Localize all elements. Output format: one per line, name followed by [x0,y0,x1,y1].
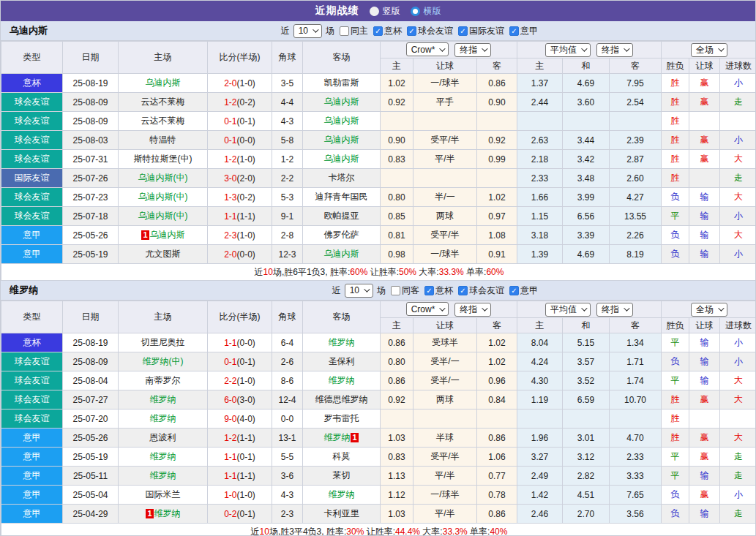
score: 1-2(1-1) [208,429,272,448]
corner-score: 5-8 [272,131,303,150]
competition-checkbox[interactable]: ✓ [424,286,434,295]
same-venue-checkbox[interactable] [340,26,349,36]
result-wdl: 负 [662,226,689,245]
same-venue-label: 同主 [351,25,368,37]
radio-unselected-icon [411,7,420,16]
full-score: 0-1 [224,357,236,367]
result-goals: 走 [720,467,756,486]
result-goals: 小 [720,486,756,505]
scope-select[interactable]: 全场 [691,303,727,317]
score: 1-1(1-1) [208,207,272,226]
subheader-result-wdl: 胜负 [662,58,689,74]
result-wdl: 负 [662,188,689,207]
odds-handicap: 一/球半 [413,74,477,93]
odds-handicap [413,169,477,188]
competition-checkbox[interactable]: ✓ [458,286,468,295]
result-goals: 大 [720,371,756,390]
odds-home: 0.80 [381,352,413,371]
avg-away: 8.19 [610,245,662,264]
scope-select[interactable]: 全场 [691,43,727,57]
team-name: 乌迪内斯 [10,24,48,37]
half-score: (1-0) [237,230,255,241]
match-count-select[interactable]: 10 [293,24,322,38]
type-badge: 球会友谊 [1,93,63,112]
avg-stage-select[interactable]: 终指 [596,43,633,57]
odds-stage-select[interactable]: 终指 [454,303,491,317]
summary-segment: 33.3% [443,526,468,536]
layout-radio-vertical[interactable]: 竖版 [370,5,400,18]
avg-away: 10.70 [610,390,662,409]
home-team-name: 乌迪内斯(中) [138,211,188,221]
avg-away: 2.33 [610,448,662,467]
result-wdl: 胜 [662,112,689,131]
chevron-down-icon [364,286,370,292]
home-team: 乌迪内斯(中) [119,169,208,188]
results-table: 类型 日期 主场 比分(半场) 角球 客场 Crow*终指 平均值终指 全场 [1,41,756,281]
result-handicap: 赢 [689,448,720,467]
avg-stage-select[interactable]: 终指 [596,303,633,317]
result-handicap [689,112,720,131]
avg-type-value: 平均值 [550,44,577,56]
subheader-result-handicap: 让球 [689,58,720,74]
competition-checkbox[interactable]: ✓ [509,26,519,36]
score: 3-0(2-0) [208,169,272,188]
app: 近期战绩 竖版 横版 乌迪内斯 近10场同主✓意杯✓球会友谊✓国际友谊✓意甲 类… [0,0,756,536]
away-team: 欧帕提亚 [303,207,381,226]
home-team: 维罗纳 [119,390,208,409]
avg-draw: 3.12 [563,448,610,467]
full-score: 1-1 [224,471,236,481]
odds-stage-select[interactable]: 终指 [454,43,491,57]
score: 6-0(3-0) [208,390,272,409]
away-team-name: 凯勒雷斯 [324,78,359,88]
recent-label: 近 [332,284,341,297]
result-wdl: 平 [662,207,689,226]
odds-away: 0.92 [477,131,517,150]
avg-home: 1.96 [517,429,563,448]
odds-provider-select[interactable]: Crow* [406,302,449,316]
odds-home: 0.90 [381,131,413,150]
subheader-odds-home: 主 [381,58,413,74]
matches-label: 场 [326,25,334,37]
odds-away [477,112,517,131]
competition-checkbox[interactable]: ✓ [509,286,519,295]
avg-draw [563,409,610,429]
avg-home: 2.49 [517,467,563,486]
competition-checkbox[interactable]: ✓ [458,26,468,36]
score: 0-1(0-1) [208,112,272,131]
table-row: 意甲25-05-11维罗纳1-1(1-1)3-6莱切1.13平/半0.772.4… [1,467,756,486]
competition-checkbox[interactable]: ✓ [373,26,383,36]
avg-away: 4.70 [610,429,662,448]
avg-type-select[interactable]: 平均值 [545,303,591,317]
subheader-result-handicap: 让球 [689,318,720,333]
score: 0-1(0-1) [208,352,272,371]
result-handicap: 输 [689,371,720,390]
competition-label: 球会友谊 [469,284,504,297]
home-team-name: 乌迪内斯(中) [138,173,188,183]
away-team-name: 乌迪内斯 [324,249,359,259]
result-wdl: 负 [662,505,689,524]
away-team: 维德思维罗纳 [303,390,381,409]
avg-type-select[interactable]: 平均值 [545,43,591,57]
match-count-select[interactable]: 10 [345,284,373,298]
avg-away: 7.65 [610,486,662,505]
avg-draw: 4.69 [563,245,610,264]
odds-away: 1.06 [477,448,517,467]
full-score: 1-1 [224,211,236,222]
same-venue-checkbox[interactable] [391,286,400,295]
home-team: 恩波利 [119,429,208,448]
type-badge: 意甲 [1,505,63,524]
layout-radio-horizontal[interactable]: 横版 [411,5,441,18]
score: 1-1(0-1) [208,448,272,467]
odds-provider-select[interactable]: Crow* [406,42,449,56]
away-team: 莱切 [303,467,381,486]
type-badge: 意甲 [1,448,63,467]
away-team-name: 乌迪内斯 [324,116,359,126]
avg-draw: 3.44 [563,131,610,150]
competition-checkbox[interactable]: ✓ [407,26,416,36]
home-team: 切里尼奥拉 [119,333,208,352]
half-score: (1-0) [237,490,255,500]
avg-home: 2.46 [517,505,563,524]
same-venue-label: 同客 [402,284,419,297]
result-handicap: 赢 [689,150,720,169]
full-score: 0-2 [224,509,236,519]
